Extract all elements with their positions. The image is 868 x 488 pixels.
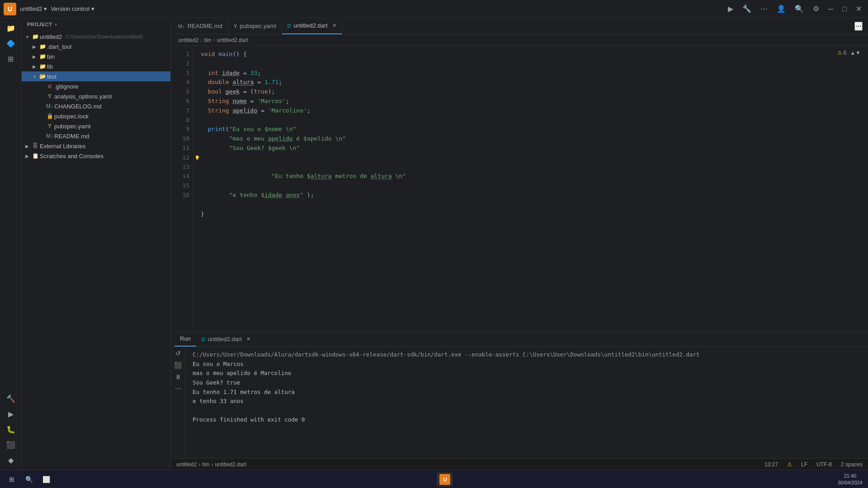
code-line-14 xyxy=(201,200,861,210)
taskbar: ⊞ 🔍 ⬜ U 21:40 30/04/2024 xyxy=(0,470,868,488)
editor-area: M↓ README.md Y pubspec.yaml D untitled2.… xyxy=(171,18,868,470)
tab-close-button[interactable]: ✕ xyxy=(332,23,336,28)
bottom-tab-file[interactable]: D untitled2.dart ✕ xyxy=(196,332,256,347)
close-button[interactable]: ✕ xyxy=(853,4,864,14)
bottom-tab-close[interactable]: ✕ xyxy=(246,336,250,342)
editor-content[interactable]: 12345 678910 1112131415 16 void main() {… xyxy=(171,46,868,332)
version-control-button[interactable]: Version control ▾ xyxy=(51,5,94,12)
sidebar-icon-run[interactable]: ▶ xyxy=(5,408,17,420)
tree-item-pubspec-lock[interactable]: 🔒 pubspec.lock xyxy=(22,111,170,121)
tree-item-name: untitled2 xyxy=(40,33,62,40)
intellij-icon: U xyxy=(439,474,450,485)
maximize-button[interactable]: □ xyxy=(840,4,849,14)
taskbar-search[interactable]: 🔍 xyxy=(21,472,37,487)
status-line-ending[interactable]: LF xyxy=(799,461,809,468)
tree-item-gitignore[interactable]: ⊘ .gitignore xyxy=(22,81,170,91)
tab-pubspec[interactable]: Y pubspec.yaml xyxy=(228,18,282,34)
collapse-button[interactable]: ▲▼ xyxy=(850,50,861,56)
tree-item-test[interactable]: ▾ 📂 test xyxy=(22,71,170,81)
more-button[interactable]: ⋯ xyxy=(758,4,770,14)
external-libs-icon: 🗄 xyxy=(32,143,39,149)
sidebar-icon-search[interactable]: ⊞ xyxy=(5,52,17,65)
status-encoding[interactable]: UTF-8 xyxy=(815,461,834,468)
taskbar-start[interactable]: ⊞ xyxy=(4,472,20,487)
status-breadcrumb[interactable]: untitled2 › bin › untitled2.dart xyxy=(175,461,248,468)
tree-item-analysis-options[interactable]: Y analysis_options.yaml xyxy=(22,91,170,101)
code-line-6: String nome = 'Marcos'; xyxy=(201,97,861,106)
sidebar-icons: 📁 🔷 ⊞ 🔨 ▶ 🐛 ⬛ ◆ xyxy=(0,18,22,470)
bottom-tab-run-label: Run xyxy=(180,335,191,342)
taskbar-intellij[interactable]: U xyxy=(437,472,453,487)
tree-item-dart-tool[interactable]: ▶ 📁 .dart_tool xyxy=(22,42,170,52)
tab-settings-button[interactable]: ⋯ xyxy=(854,22,863,31)
tree-item-scratches[interactable]: ▶ 📋 Scratches and Consoles xyxy=(22,151,170,161)
terminal-line-1: Eu sou o Marcos xyxy=(193,360,861,369)
code-editor[interactable]: void main() { int idade = 33; double alt… xyxy=(193,46,868,332)
warnings-count[interactable]: ⚠ 6 xyxy=(837,50,847,56)
code-line-10: "mas o meu apelido é $apelido \n" xyxy=(201,134,861,144)
tree-item-name: pubspec.yaml xyxy=(54,123,90,130)
search-button[interactable]: 🔍 xyxy=(792,4,807,14)
status-folder: bin xyxy=(202,461,209,468)
terminal-line-5: e tenho 33 anos xyxy=(193,397,861,406)
bottom-tab-dart-icon: D xyxy=(202,337,205,342)
breadcrumb: untitled2 › bin › untitled2.dart xyxy=(171,34,868,46)
terminal-command: C:/Users/User/Downloads/Alura/dartsdk-wi… xyxy=(193,350,861,360)
sidebar-icon-build[interactable]: 🔨 xyxy=(5,392,17,405)
main-content: 📁 🔷 ⊞ 🔨 ▶ 🐛 ⬛ ◆ Project ▾ ▾ 📁 untitled2 … xyxy=(0,18,868,470)
tree-item-name: lib xyxy=(47,63,53,70)
file-icon-lock: 🔒 xyxy=(46,113,53,119)
tab-readme[interactable]: M↓ README.md xyxy=(173,18,228,34)
file-icon-yaml2: Y xyxy=(46,123,53,129)
breadcrumb-bin[interactable]: bin xyxy=(204,37,211,43)
tree-item-untitled2-root[interactable]: ▾ 📁 untitled2 C:\Users\User\Downloads\un… xyxy=(22,32,170,42)
bottom-tab-file-label: untitled2.dart xyxy=(208,336,242,343)
tree-item-pubspec-yaml[interactable]: Y pubspec.yaml xyxy=(22,121,170,131)
tree-item-bin[interactable]: ▶ 📁 bin xyxy=(22,52,170,61)
tree-item-external-libs[interactable]: ▶ 🗄 External Libraries xyxy=(22,141,170,151)
code-line-7: String apelido = 'Marcolino'; xyxy=(201,106,861,116)
sidebar-icon-dart[interactable]: ◆ xyxy=(5,454,17,466)
code-line-8 xyxy=(201,116,861,125)
breadcrumb-untitled2[interactable]: untitled2 xyxy=(178,37,198,43)
bottom-panel: Run D untitled2.dart ✕ ↺ ⬛ ⏸ ⋯ C:/Users/… xyxy=(171,332,868,458)
terminal-exit-code: Process finished with exit code 0 xyxy=(193,415,861,425)
sidebar-icon-project[interactable]: 📁 xyxy=(5,22,17,34)
sidebar-icon-structure[interactable]: 🔷 xyxy=(5,37,17,50)
breadcrumb-file[interactable]: untitled2.dart xyxy=(217,37,248,43)
folder-icon: 📁 xyxy=(39,63,46,70)
stop-icon[interactable]: ⬛ xyxy=(173,360,183,370)
project-name-button[interactable]: untitled2 ▾ xyxy=(20,5,47,12)
build-button[interactable]: 🔧 xyxy=(740,4,754,14)
file-tree-header: Project ▾ xyxy=(22,18,170,31)
status-warnings[interactable]: ⚠ xyxy=(785,461,794,468)
code-line-3: int idade = 33; xyxy=(201,69,861,78)
sidebar-icon-debug[interactable]: 🐛 xyxy=(5,423,17,436)
tab-label: pubspec.yaml xyxy=(240,23,276,29)
tree-item-readme[interactable]: M↓ README.md xyxy=(22,131,170,141)
tree-item-name: analysis_options.yaml xyxy=(54,93,112,100)
tab-untitled2[interactable]: D untitled2.dart ✕ xyxy=(282,18,342,34)
settings-button[interactable]: ⚙ xyxy=(810,4,822,14)
code-line-15: } xyxy=(201,210,861,219)
more-icon[interactable]: ⋯ xyxy=(173,384,183,394)
bottom-tab-run[interactable]: Run xyxy=(175,332,196,347)
taskbar-taskview[interactable]: ⬜ xyxy=(38,472,54,487)
tree-item-lib[interactable]: ▶ 📁 lib xyxy=(22,61,170,71)
bottom-inner: ↺ ⬛ ⏸ ⋯ C:/Users/User/Downloads/Alura/da… xyxy=(171,347,868,458)
status-indent[interactable]: 2 spaces xyxy=(839,461,864,468)
minimize-button[interactable]: ─ xyxy=(826,4,836,14)
account-button[interactable]: 👤 xyxy=(774,4,788,14)
expand-arrow: ▶ xyxy=(31,44,38,49)
run-button[interactable]: ▶ xyxy=(725,4,736,14)
file-icon-readme: M↓ xyxy=(46,133,53,139)
pause-icon[interactable]: ⏸ xyxy=(173,372,183,382)
code-line-4: double altura = 1.71; xyxy=(201,78,861,87)
code-line-13: "e tenho $idade anos" ); xyxy=(201,191,861,200)
tree-item-changelog[interactable]: M↓ CHANGELOG.md xyxy=(22,101,170,111)
restart-icon[interactable]: ↺ xyxy=(173,348,183,358)
tab-icon-dart: D xyxy=(288,23,291,28)
sidebar-icon-terminal[interactable]: ⬛ xyxy=(5,438,17,451)
status-position[interactable]: 13:27 xyxy=(763,461,780,468)
expand-arrow: ▶ xyxy=(24,144,31,149)
